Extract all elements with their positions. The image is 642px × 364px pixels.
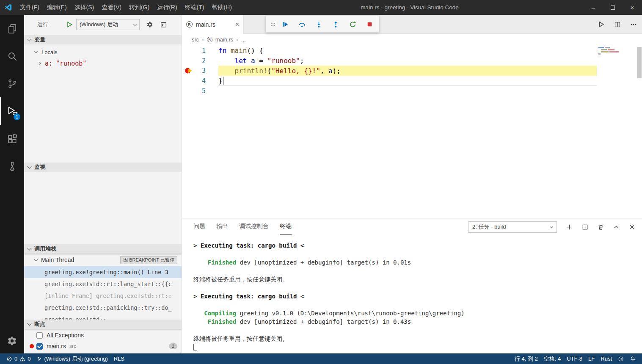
panel-tab[interactable]: 终端 — [280, 218, 292, 235]
breadcrumb-file[interactable]: main.rs — [215, 36, 234, 43]
code-line[interactable]: 3 println!("Hello, {}!", a); — [182, 66, 597, 76]
code-token: a — [251, 57, 255, 65]
code-editor[interactable]: 1fn main() {2 let a = "runoob";3 println… — [182, 45, 642, 218]
variable-name: a: — [45, 60, 52, 67]
panel-tab[interactable]: 问题 — [193, 218, 205, 235]
variables-section-header[interactable]: 变量 — [24, 35, 182, 44]
debug-console-button[interactable] — [160, 21, 167, 28]
manage-item[interactable] — [0, 328, 24, 353]
panel-controls: 2: 任务 - build — [468, 221, 642, 233]
terminal-line — [193, 343, 642, 351]
language-mode-status[interactable]: Rust — [598, 353, 615, 364]
terminal-line: 终端将被任务重用，按任意键关闭。 — [193, 275, 642, 284]
stack-frame[interactable]: greeting.exe!std::... — [24, 314, 182, 320]
stop-button[interactable] — [361, 16, 378, 33]
breakpoint-row[interactable]: main.rssrc3 — [24, 341, 182, 352]
breadcrumb-folder[interactable]: src — [192, 36, 199, 43]
step-out-button[interactable] — [327, 16, 344, 33]
menu-item[interactable]: 转到(G) — [125, 0, 153, 15]
breakpoint-dot-icon — [30, 344, 34, 348]
split-editor-icon[interactable] — [614, 21, 621, 28]
minimap[interactable] — [597, 45, 637, 218]
kill-terminal-icon[interactable] — [598, 224, 604, 230]
checkbox[interactable] — [36, 332, 43, 339]
debug-settings-button[interactable] — [146, 21, 153, 28]
menu-item[interactable]: 查看(V) — [98, 0, 125, 15]
close-panel-icon[interactable] — [629, 224, 635, 230]
menu-item[interactable]: 文件(F) — [16, 0, 43, 15]
terminal-dropdown[interactable]: 2: 任务 - build — [468, 221, 557, 233]
code-line[interactable]: 5 — [182, 86, 597, 96]
tab-close-icon[interactable]: × — [235, 21, 239, 28]
sidebar-item-run-debug[interactable]: 1 — [0, 97, 24, 125]
close-button[interactable]: × — [623, 0, 642, 15]
run-file-icon[interactable] — [598, 21, 605, 28]
watch-section-header[interactable]: 监视 — [24, 163, 182, 172]
indentation-status[interactable]: 空格: 4 — [541, 353, 564, 364]
encoding-status[interactable]: UTF-8 — [564, 353, 585, 364]
variable-value: "runoob" — [56, 60, 86, 67]
code-line[interactable]: 2 let a = "runoob"; — [182, 56, 597, 66]
scrollbar-thumb[interactable] — [637, 47, 642, 78]
more-actions-icon[interactable] — [630, 21, 637, 28]
menu-item[interactable]: 帮助(H) — [208, 0, 235, 15]
terminal-text: > Executing task: cargo build < — [193, 242, 304, 249]
eol-status[interactable]: LF — [585, 353, 598, 364]
breadcrumb-more[interactable]: ... — [241, 36, 246, 43]
breakpoints-section-header[interactable]: 断点 — [24, 320, 182, 329]
breadcrumb: src › R main.rs › ... — [182, 34, 642, 45]
vscode-logo-icon — [0, 4, 16, 11]
problems-status[interactable]: 0 0 — [3, 353, 33, 364]
continue-button[interactable] — [276, 16, 293, 33]
sidebar-item-test[interactable] — [0, 152, 24, 180]
tab-main-rs[interactable]: R main.rs × — [182, 15, 244, 34]
feedback-status[interactable] — [615, 353, 627, 364]
menu-item[interactable]: 终端(T) — [181, 0, 208, 15]
maximize-panel-icon[interactable] — [613, 224, 620, 230]
minimize-button[interactable]: – — [584, 0, 603, 15]
restart-button[interactable] — [344, 16, 361, 33]
stack-frame[interactable]: greeting.exe!greeting::main() Line 3 — [24, 266, 182, 278]
eol-label: LF — [588, 356, 595, 362]
panel-tab[interactable]: 调试控制台 — [239, 218, 269, 235]
code-line[interactable]: 4} — [182, 76, 597, 86]
stack-frame[interactable]: greeting.exe!std::panicking::try::do_ — [24, 302, 182, 314]
menu-item[interactable]: 选择(S) — [71, 0, 98, 15]
step-into-button[interactable] — [310, 16, 327, 33]
panel-tab[interactable]: 输出 — [216, 218, 228, 235]
checkbox[interactable] — [36, 343, 43, 350]
drag-handle[interactable] — [270, 22, 276, 26]
breakpoint-row[interactable]: All Exceptions — [24, 330, 182, 341]
start-debug-button[interactable] — [66, 21, 73, 28]
gutter: 2 — [182, 56, 218, 66]
breakpoint-list: All Exceptionsmain.rssrc3 — [24, 330, 182, 352]
sidebar-item-source-control[interactable] — [0, 70, 24, 97]
maximize-button[interactable] — [603, 0, 623, 15]
split-terminal-icon[interactable] — [582, 224, 588, 230]
editor-scrollbar[interactable] — [637, 45, 642, 218]
stack-frame[interactable]: greeting.exe!std::rt::lang_start::{{c — [24, 278, 182, 290]
callstack-header-label: 调用堆栈 — [34, 245, 56, 253]
rls-status[interactable]: RLS — [111, 353, 127, 364]
new-terminal-icon[interactable] — [566, 224, 573, 230]
code-token: ; — [300, 57, 304, 65]
sidebar-item-extensions[interactable] — [0, 125, 24, 152]
menu-item[interactable]: 运行(R) — [153, 0, 181, 15]
sidebar-item-search[interactable] — [0, 42, 24, 70]
thread-row[interactable]: Main Thread 因 BREAKPOINT 已暂停 — [24, 254, 182, 265]
variable-row[interactable]: a: "runoob" — [24, 58, 182, 69]
scope-row-locals[interactable]: Locals — [24, 47, 182, 57]
notifications-status[interactable] — [627, 353, 639, 364]
code-line[interactable]: 1fn main() { — [182, 46, 597, 56]
sidebar-item-explorer[interactable] — [0, 15, 24, 42]
launch-config-dropdown[interactable]: (Windows) 启动 — [76, 19, 140, 30]
menu-item[interactable]: 编辑(E) — [43, 0, 71, 15]
launch-status[interactable]: (Windows) 启动 (greeting) — [33, 353, 110, 364]
cursor-position-status[interactable]: 行 4, 列 2 — [512, 353, 541, 364]
step-over-button[interactable] — [293, 16, 310, 33]
terminal-content[interactable]: > Executing task: cargo build < Finished… — [182, 235, 642, 353]
callstack-section-header[interactable]: 调用堆栈 — [24, 244, 182, 254]
stack-frame[interactable]: [Inline Frame] greeting.exe!std::rt:: — [24, 290, 182, 302]
chevron-down-icon — [34, 257, 38, 261]
breakpoint-detail: src — [69, 343, 76, 349]
